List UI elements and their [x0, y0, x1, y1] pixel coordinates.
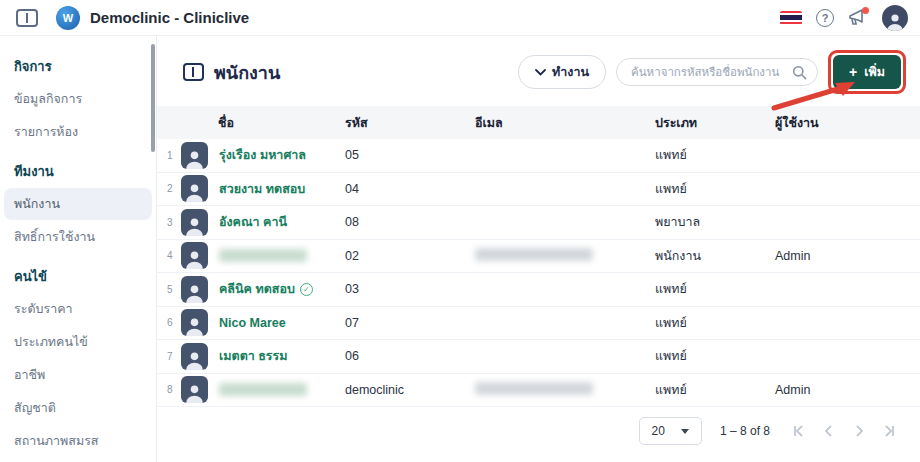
avatar — [181, 343, 208, 370]
employee-email — [475, 248, 655, 264]
add-employee-button[interactable]: + เพิ่ม — [833, 55, 901, 89]
column-header-email[interactable]: อีเมล — [475, 113, 655, 133]
page-size-select[interactable]: 20 — [639, 417, 702, 445]
table-header-row: ชื่อ รหัส อีเมล ประเภท ผู้ใช้งาน — [157, 106, 920, 139]
avatar — [181, 376, 208, 403]
next-page-icon[interactable] — [852, 424, 866, 438]
page-size-value: 20 — [652, 424, 665, 438]
row-number: 5 — [167, 284, 178, 295]
person-icon — [184, 148, 205, 169]
employee-type: พนักงาน — [655, 246, 775, 266]
sidebar-item[interactable]: อาชีพ — [4, 359, 152, 391]
table-row[interactable]: 1รุ่งเรือง มหาศาล05แพทย์ — [157, 139, 920, 173]
person-icon — [184, 282, 205, 303]
avatar — [181, 242, 208, 269]
avatar — [181, 276, 208, 303]
employee-name[interactable]: อังคณา คานี — [219, 212, 287, 232]
sidebar-item[interactable]: พนักงาน — [4, 188, 152, 220]
employee-code: democlinic — [345, 383, 475, 397]
employee-email — [475, 382, 655, 398]
column-header-code[interactable]: รหัส — [345, 113, 475, 133]
avatar — [181, 142, 208, 169]
sidebar-item[interactable]: สถานภาพสมรส — [4, 425, 152, 457]
table-row[interactable]: 2สวยงาม ทดสอบ04แพทย์ — [157, 173, 920, 207]
sidebar-item[interactable]: รายการห้อง — [4, 116, 152, 148]
employee-name[interactable]: Nico Maree — [219, 316, 286, 330]
language-flag-icon[interactable] — [780, 11, 802, 25]
sidebar-nav: กิจการข้อมูลกิจการรายการห้องทีมงานพนักงา… — [0, 36, 157, 462]
row-number: 1 — [167, 150, 178, 161]
employee-code: 07 — [345, 316, 475, 330]
search-input[interactable] — [616, 58, 818, 86]
employee-name[interactable]: คลีนิค ทดสอบ✓ — [219, 279, 313, 299]
announcement-icon[interactable] — [848, 9, 868, 27]
sidebar-item[interactable]: ระดับราคา — [4, 293, 152, 325]
employee-user-role: Admin — [775, 383, 920, 397]
employee-user-role: Admin — [775, 249, 920, 263]
employee-code: 08 — [345, 215, 475, 229]
first-page-icon[interactable] — [792, 424, 806, 438]
employee-type: พยาบาล — [655, 212, 775, 232]
verified-badge-icon: ✓ — [300, 283, 313, 296]
blurred-name — [219, 249, 307, 262]
main-content: พนักงาน ทำงาน + เพิ่ม — [157, 36, 920, 462]
employee-type: แพทย์ — [655, 380, 775, 400]
employee-name[interactable]: สวยงาม ทดสอบ — [219, 179, 305, 199]
column-header-name[interactable]: ชื่อ — [157, 113, 345, 133]
page-title: พนักงาน — [214, 58, 280, 87]
page-title-icon — [183, 63, 204, 81]
employee-code: 04 — [345, 182, 475, 196]
plus-icon: + — [849, 65, 857, 79]
employee-name[interactable] — [219, 383, 307, 396]
last-page-icon[interactable] — [882, 424, 896, 438]
employee-type: แพทย์ — [655, 145, 775, 165]
table-row[interactable]: 402พนักงานAdmin — [157, 240, 920, 274]
row-number: 7 — [167, 351, 178, 362]
column-header-type[interactable]: ประเภท — [655, 113, 775, 133]
sidebar-item[interactable]: สิทธิ์การใช้งาน — [4, 221, 152, 253]
employee-name[interactable] — [219, 249, 307, 262]
row-number: 6 — [167, 317, 178, 328]
table-row[interactable]: 7เมตตา ธรรม06แพทย์ — [157, 340, 920, 374]
employee-name[interactable]: รุ่งเรือง มหาศาล — [219, 145, 306, 165]
table-row[interactable]: 5คลีนิค ทดสอบ✓03แพทย์ — [157, 273, 920, 307]
sidebar-section-title: กิจการ — [0, 44, 156, 82]
employee-code: 05 — [345, 148, 475, 162]
row-number: 2 — [167, 183, 178, 194]
sidebar-toggle-icon[interactable] — [16, 9, 38, 27]
employee-name-text: เมตตา ธรรม — [219, 346, 288, 366]
prev-page-icon[interactable] — [822, 424, 836, 438]
clinic-logo: W — [56, 6, 80, 30]
employee-table-body: 1รุ่งเรือง มหาศาล05แพทย์2สวยงาม ทดสอบ04แ… — [157, 139, 920, 407]
blurred-email — [475, 382, 593, 395]
avatar — [181, 175, 208, 202]
table-row[interactable]: 6Nico Maree07แพทย์ — [157, 307, 920, 341]
person-icon — [184, 181, 205, 202]
caret-down-icon — [681, 429, 689, 434]
column-header-user[interactable]: ผู้ใช้งาน — [775, 113, 920, 133]
table-row[interactable]: 3อังคณา คานี08พยาบาล — [157, 206, 920, 240]
table-row[interactable]: 8democlinicแพทย์Admin — [157, 374, 920, 408]
annotation-highlight-box: + เพิ่ม — [828, 50, 906, 94]
help-icon[interactable]: ? — [816, 9, 834, 27]
sidebar-item[interactable]: สัญชาติ — [4, 392, 152, 424]
pagination-range: 1 – 8 of 8 — [720, 424, 770, 438]
employee-name-text: รุ่งเรือง มหาศาล — [219, 145, 306, 165]
sidebar-item[interactable]: ข้อมูลกิจการ — [4, 83, 152, 115]
employee-name[interactable]: เมตตา ธรรม — [219, 346, 288, 366]
user-avatar[interactable] — [882, 5, 908, 31]
person-icon — [184, 382, 205, 403]
employee-type: แพทย์ — [655, 346, 775, 366]
avatar — [181, 209, 208, 236]
employee-type: แพทย์ — [655, 179, 775, 199]
sidebar-item[interactable]: ศาสนา — [4, 458, 152, 462]
sidebar-scrollbar[interactable] — [151, 44, 155, 152]
sidebar-item[interactable]: ประเภทคนไข้ — [4, 326, 152, 358]
employee-code: 02 — [345, 249, 475, 263]
status-filter-label: ทำงาน — [552, 62, 589, 82]
employee-name-text: คลีนิค ทดสอบ — [219, 279, 295, 299]
pagination: 20 1 – 8 of 8 — [157, 407, 920, 445]
notification-dot — [862, 7, 869, 14]
status-filter-dropdown[interactable]: ทำงาน — [518, 55, 606, 89]
row-number: 8 — [167, 384, 178, 395]
